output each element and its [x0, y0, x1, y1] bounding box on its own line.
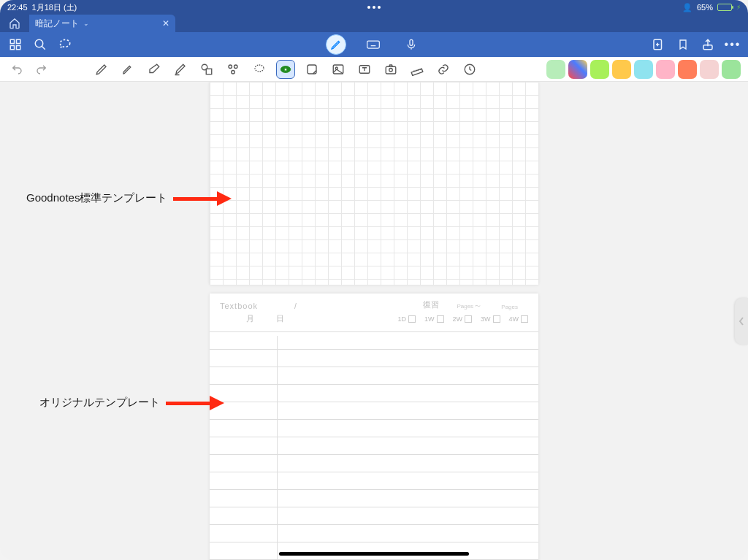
tab-home-button[interactable] — [0, 15, 29, 32]
recent-tool[interactable] — [460, 60, 479, 79]
review-cell-2w: 2W — [453, 313, 473, 324]
review-label: 復習 — [423, 299, 439, 310]
swatch-6[interactable] — [656, 60, 675, 79]
chevron-down-icon[interactable]: ⌄ — [83, 20, 89, 27]
svg-point-22 — [232, 70, 235, 74]
chevron-left-icon — [739, 317, 744, 326]
thumbnails-button[interactable] — [4, 34, 26, 55]
tab-row: 暗記ノート ⌄ ✕ — [0, 15, 748, 32]
review-cell-4w: 4W — [509, 313, 529, 324]
eraser-icon — [148, 63, 161, 76]
svg-point-6 — [60, 39, 69, 47]
template-vertical-rule — [277, 336, 278, 560]
battery-icon — [717, 4, 732, 11]
pen-tool-icon — [95, 63, 108, 76]
lasso-icon — [58, 37, 72, 52]
favorites-tool[interactable] — [276, 60, 295, 79]
more-icon: ••• — [725, 38, 741, 51]
textbook-label: Textbook — [220, 302, 258, 310]
shape-tool[interactable] — [197, 60, 216, 79]
eraser-tool[interactable] — [145, 60, 164, 79]
add-page-icon — [652, 38, 665, 51]
undo-button[interactable] — [7, 60, 26, 79]
image-icon — [332, 63, 345, 76]
arrow-icon — [173, 193, 232, 204]
template-header: Textbook / 復習 Pages 〜 Pages 月 日 1D 1W 2W… — [210, 294, 538, 327]
text-icon — [358, 63, 371, 76]
grid-icon — [9, 38, 22, 51]
sticker-tool[interactable] — [302, 60, 321, 79]
swatch-5[interactable] — [634, 60, 653, 79]
page-top-grid[interactable] — [210, 82, 538, 285]
more-button[interactable]: ••• — [722, 34, 744, 55]
camera-tool[interactable] — [381, 60, 400, 79]
search-icon — [34, 38, 47, 51]
review-cell-1w: 1W — [424, 313, 444, 324]
canvas-area[interactable]: Textbook / 復習 Pages 〜 Pages 月 日 1D 1W 2W… — [0, 82, 748, 560]
highlighter-icon — [174, 63, 187, 76]
svg-rect-30 — [386, 66, 396, 74]
camera-icon — [384, 63, 397, 76]
brush-icon — [121, 63, 134, 76]
swatch-1[interactable] — [546, 60, 565, 79]
swatch-3[interactable] — [590, 60, 609, 79]
status-bar: 22:45 1月18日 (土) 👤 65% ⚡︎ — [0, 0, 748, 15]
slide-over-handle[interactable] — [735, 298, 748, 345]
review-cell-3w: 3W — [481, 313, 500, 324]
battery-pct: 65% — [697, 3, 713, 12]
lasso-tool-2[interactable] — [250, 60, 269, 79]
swatch-7[interactable] — [678, 60, 697, 79]
svg-rect-7 — [367, 41, 380, 48]
swatch-4[interactable] — [612, 60, 631, 79]
keyboard-button[interactable] — [362, 34, 384, 55]
svg-rect-19 — [206, 69, 212, 74]
mic-icon — [405, 38, 417, 51]
close-icon[interactable]: ✕ — [162, 18, 169, 28]
mic-button[interactable] — [400, 34, 422, 55]
home-indicator[interactable] — [279, 552, 469, 556]
pen-mode-button[interactable] — [326, 34, 346, 55]
bookmark-icon — [677, 38, 689, 51]
text-tool[interactable] — [355, 60, 374, 79]
tool-strip — [0, 57, 748, 82]
multitask-dots-icon[interactable] — [367, 6, 381, 9]
link-tool[interactable] — [434, 60, 453, 79]
lasso-button[interactable] — [54, 34, 76, 55]
redo-icon — [35, 64, 48, 75]
pages-label-1: Pages 〜 — [457, 302, 481, 310]
highlighter-tool[interactable] — [171, 60, 190, 79]
elements-tool[interactable] — [224, 60, 243, 79]
bookmark-button[interactable] — [672, 34, 694, 55]
sticker-icon — [305, 63, 318, 76]
star-icon — [279, 63, 292, 76]
page-bottom-template[interactable]: Textbook / 復習 Pages 〜 Pages 月 日 1D 1W 2W… — [210, 294, 538, 560]
share-button[interactable] — [697, 34, 719, 55]
ruler-icon — [410, 63, 424, 76]
review-cells: 1D 1W 2W 3W 4W — [397, 313, 528, 324]
shape-icon — [200, 63, 213, 76]
redo-button[interactable] — [32, 60, 51, 79]
ruler-tool[interactable] — [408, 60, 427, 79]
swatch-2[interactable] — [568, 60, 587, 79]
annotation-top: Goodnotes標準テンプレート — [26, 191, 232, 205]
user-icon: 👤 — [682, 3, 692, 12]
svg-rect-3 — [17, 46, 20, 50]
share-icon — [701, 38, 714, 51]
svg-point-4 — [35, 39, 43, 47]
svg-rect-13 — [410, 39, 413, 45]
home-icon — [9, 18, 20, 29]
pen-tool[interactable] — [92, 60, 111, 79]
add-page-button[interactable] — [647, 34, 669, 55]
nav-bar: ••• — [0, 32, 748, 57]
image-tool[interactable] — [329, 60, 348, 79]
review-cell-1d: 1D — [397, 313, 416, 324]
active-tab[interactable]: 暗記ノート ⌄ ✕ — [29, 15, 175, 32]
swatch-8[interactable] — [700, 60, 719, 79]
svg-rect-0 — [10, 39, 14, 43]
swatch-9[interactable] — [722, 60, 741, 79]
svg-point-20 — [229, 65, 232, 69]
status-date: 1月18日 (土) — [32, 2, 77, 13]
brush-tool[interactable] — [118, 60, 137, 79]
search-button[interactable] — [29, 34, 51, 55]
charging-icon: ⚡︎ — [736, 4, 741, 11]
